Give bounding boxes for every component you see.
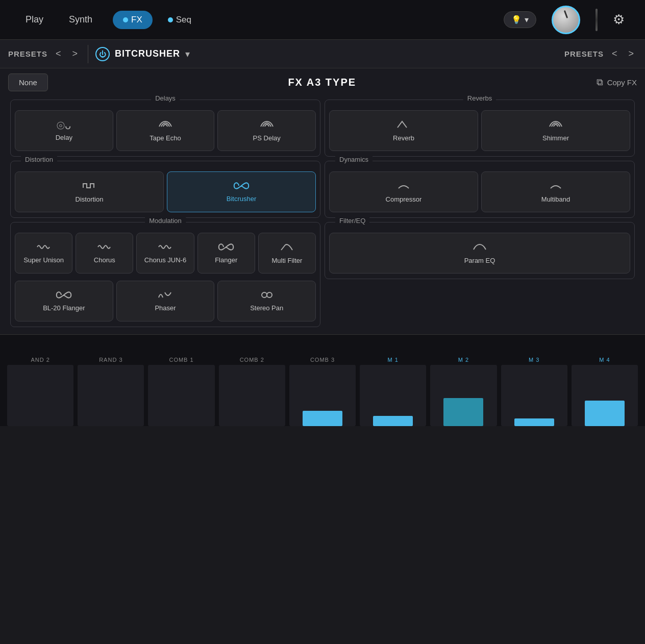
mixer-track[interactable] — [7, 365, 73, 426]
dynamics-section: Dynamics Compressor Multiband — [325, 161, 635, 218]
shimmer-label: Shimmer — [542, 134, 569, 142]
mixer-channel-label: AND 2 — [31, 357, 49, 363]
presets-right-label: PRESETS — [564, 49, 604, 58]
presets-right: PRESETS < > — [564, 47, 637, 60]
flanger-infinity-icon — [217, 242, 235, 253]
mixer-channel-label: RAND 3 — [99, 357, 122, 363]
mixer-channel: M 1 — [358, 335, 428, 426]
fx-item-super-unison[interactable]: Super Unison — [15, 233, 72, 274]
modulation-row1: Super Unison Chorus Chorus JUN-6 — [15, 233, 316, 274]
bl20-flanger-label: BL-20 Flanger — [43, 304, 85, 312]
wave3-icon — [158, 242, 173, 253]
fx-item-bl20-flanger[interactable]: BL-20 Flanger — [15, 281, 113, 321]
fx-header-row: None FX A3 TYPE ⧉ Copy FX — [8, 73, 637, 91]
distortion-dynamics-row: Distortion Distortion Bitcrusher Dynam — [8, 159, 637, 220]
delays-label: Delays — [151, 94, 180, 102]
knob-line — [564, 10, 568, 18]
delays-reverbs-row: Delays ⦾ᴗ Delay Tape Echo PS Delay — [8, 97, 637, 159]
mixer-fill — [514, 418, 554, 426]
svg-point-0 — [262, 292, 267, 298]
chorus-label: Chorus — [94, 256, 115, 264]
fx-item-stereo-pan[interactable]: Stereo Pan — [217, 281, 316, 321]
fx-item-phaser[interactable]: Phaser — [116, 281, 215, 321]
mixer-track[interactable] — [148, 365, 214, 426]
dynamics-items: Compressor Multiband — [329, 171, 630, 212]
squarewave-icon — [82, 181, 97, 192]
ramp2-icon — [548, 181, 563, 192]
copy-icon: ⧉ — [597, 77, 603, 88]
copy-fx-area[interactable]: ⧉ Copy FX — [597, 77, 637, 88]
fx-item-param-eq[interactable]: Param EQ — [329, 233, 630, 274]
mixer-channel: RAND 3 — [76, 335, 146, 426]
bulb-button[interactable]: 💡 ▾ — [504, 11, 536, 28]
mixer-fill — [373, 416, 413, 426]
none-button[interactable]: None — [8, 73, 48, 91]
fx-item-multiband[interactable]: Multiband — [481, 171, 630, 212]
seq-button[interactable]: Seq — [168, 15, 191, 25]
distortion-label: Distortion — [21, 156, 57, 163]
fx-item-reverb[interactable]: Reverb — [329, 110, 478, 151]
presets-divider — [88, 45, 88, 63]
ramp-icon — [396, 181, 411, 192]
fx-button[interactable]: FX — [113, 11, 153, 29]
super-unison-label: Super Unison — [23, 256, 64, 264]
fx-item-distortion[interactable]: Distortion — [15, 171, 164, 212]
fx-power-dot — [123, 17, 128, 22]
mixer-channel: M 2 — [428, 335, 499, 426]
synth-button[interactable]: Synth — [64, 11, 97, 28]
seq-power-dot — [168, 17, 173, 22]
fx-item-ps-delay[interactable]: PS Delay — [217, 110, 316, 151]
mixer-channel: COMB 2 — [217, 335, 287, 426]
reverbs-section: Reverbs Reverb Shimmer — [325, 100, 635, 157]
wave-icon — [36, 242, 52, 253]
bl20-icon — [55, 290, 72, 301]
reverbs-items: Reverb Shimmer — [329, 110, 630, 151]
wifi3-icon — [259, 119, 275, 131]
power-icon: ⏻ — [99, 50, 106, 58]
presets-prev-button[interactable]: < — [53, 47, 64, 60]
mixer-track[interactable] — [572, 365, 638, 426]
delays-items: ⦾ᴗ Delay Tape Echo PS Delay — [15, 110, 316, 151]
modulation-filter-row: Modulation Super Unison Chorus — [8, 220, 637, 329]
param-eq-icon — [472, 242, 487, 254]
modulation-label: Modulation — [145, 217, 186, 225]
mixer-track[interactable] — [360, 365, 426, 426]
svg-point-1 — [267, 292, 272, 298]
flanger-label: Flanger — [215, 256, 237, 264]
fx-item-delay[interactable]: ⦾ᴗ Delay — [15, 110, 113, 151]
fx-item-tape-echo[interactable]: Tape Echo — [116, 110, 215, 151]
multi-filter-label: Multi Filter — [271, 257, 302, 264]
copy-fx-label: Copy FX — [607, 78, 637, 87]
top-nav: Play Synth FX Seq 💡 ▾ ⚙ — [0, 0, 645, 40]
fx-item-shimmer[interactable]: Shimmer — [481, 110, 630, 151]
fx-item-compressor[interactable]: Compressor — [329, 171, 478, 212]
fx-item-flanger[interactable]: Flanger — [197, 233, 255, 274]
mixer-track[interactable] — [430, 365, 497, 426]
fx-item-chorus-jun6[interactable]: Chorus JUN-6 — [136, 233, 194, 274]
mixer-fill — [303, 411, 342, 426]
mixer-channel-label: M 4 — [599, 357, 610, 363]
preset-chevron-button[interactable]: ▾ — [185, 48, 190, 60]
play-button[interactable]: Play — [20, 11, 48, 28]
wave2-icon — [97, 242, 112, 253]
fx-item-multi-filter[interactable]: Multi Filter — [258, 233, 316, 274]
settings-button[interactable]: ⚙ — [613, 12, 625, 28]
preset-power-button[interactable]: ⏻ — [95, 47, 110, 61]
mixer-track[interactable] — [501, 365, 567, 426]
mixer-track[interactable] — [289, 365, 356, 426]
wifi2-icon — [158, 119, 173, 131]
fx-item-chorus[interactable]: Chorus — [76, 233, 133, 274]
mixer-channel-label: M 1 — [388, 357, 399, 363]
infinity-icon — [233, 181, 250, 192]
presets-right-next-button[interactable]: > — [625, 47, 637, 60]
presets-right-prev-button[interactable]: < — [609, 47, 621, 60]
filter-eq-items: Param EQ — [329, 233, 630, 274]
fx-item-bitcrusher[interactable]: Bitcrusher — [167, 171, 316, 212]
mixer-track[interactable] — [219, 365, 285, 426]
master-knob[interactable] — [552, 6, 580, 34]
presets-next-button[interactable]: > — [69, 47, 81, 60]
mixer-track[interactable] — [78, 365, 144, 426]
fx-area: None FX A3 TYPE ⧉ Copy FX Delays ⦾ᴗ Dela… — [0, 68, 645, 334]
filter-eq-section: Filter/EQ Param EQ — [325, 222, 635, 279]
chorus-jun6-label: Chorus JUN-6 — [144, 256, 186, 264]
